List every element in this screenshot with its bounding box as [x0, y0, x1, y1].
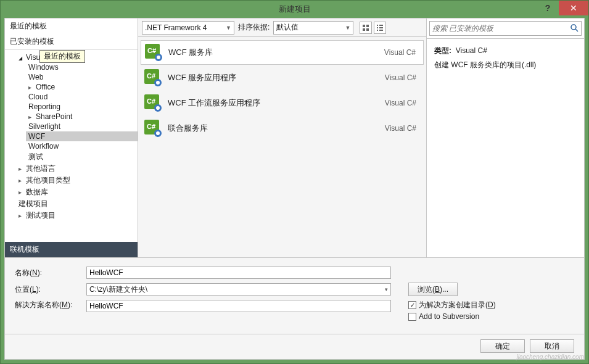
template-list: C# WCF 服务库 Visual C# C# WCF 服务应用程序 Visua… [138, 37, 426, 257]
svg-rect-7 [379, 27, 383, 28]
installed-templates-header[interactable]: 已安装的模板 [5, 34, 138, 50]
tree-item-reporting[interactable]: Reporting [26, 102, 138, 112]
tree-item-silverlight[interactable]: Silverlight [26, 122, 138, 131]
tree-modeling[interactable]: 建模项目 [16, 198, 138, 210]
svg-point-25 [156, 131, 160, 135]
search-input[interactable] [429, 21, 582, 36]
dialog-window: 新建项目 ? ✕ 最近的模板 已安装的模板 Visual C# Windows … [0, 0, 589, 364]
template-item[interactable]: C# 联合服务库 Visual C# [141, 116, 424, 141]
svg-rect-1 [366, 25, 369, 27]
right-pane: 类型: Visual C# 创建 WCF 服务类库的项目(.dll) [426, 19, 584, 257]
center-toolbar: .NET Framework 4 ▼ 排序依据: 默认值 ▼ [138, 19, 426, 37]
svg-rect-3 [366, 28, 369, 31]
help-button[interactable]: ? [537, 1, 559, 15]
template-name: WCF 工作流服务应用程序 [168, 97, 379, 109]
csharp-wcf-icon: C# [144, 120, 162, 137]
type-label: 类型: [434, 46, 451, 55]
search-icon [570, 23, 579, 34]
svg-text:C#: C# [147, 97, 155, 105]
recent-templates-header[interactable]: 最近的模板 [5, 19, 138, 34]
ok-button[interactable]: 确定 [480, 339, 525, 353]
chevron-down-icon: ▾ [381, 286, 388, 292]
csharp-wcf-icon: C# [144, 94, 162, 112]
create-dir-label: 为解决方案创建目录(D) [419, 300, 496, 310]
csharp-wcf-icon: C# [144, 69, 162, 86]
template-item[interactable]: C# WCF 工作流服务应用程序 Visual C# [141, 91, 424, 115]
sort-label: 排序依据: [238, 22, 270, 33]
svg-rect-9 [379, 30, 383, 31]
tree-other-project-types[interactable]: 其他项目类型 [16, 175, 138, 186]
framework-combo[interactable]: .NET Framework 4 ▼ [142, 21, 234, 35]
svg-point-21 [156, 106, 160, 110]
title-bar: 新建项目 ? ✕ [1, 1, 588, 18]
template-lang: Visual C# [384, 48, 416, 57]
svg-point-13 [157, 56, 160, 59]
tooltip: 最近的模板 [39, 50, 85, 63]
template-item[interactable]: C# WCF 服务库 Visual C# [141, 40, 424, 65]
framework-value: .NET Framework 4 [145, 23, 207, 32]
svg-rect-0 [363, 25, 365, 27]
content-area: 最近的模板 已安装的模板 Visual C# Windows Web Offic… [4, 18, 585, 360]
form-area: 名称(N): 位置(L): C:\zy\新建文件夹\ ▾ 浏览(B)... 解决… [5, 258, 584, 334]
search-field[interactable] [432, 24, 570, 33]
svg-rect-4 [377, 25, 378, 26]
name-input[interactable] [86, 267, 391, 279]
solution-name-input[interactable] [86, 300, 391, 312]
close-button[interactable]: ✕ [559, 1, 588, 15]
template-name: WCF 服务应用程序 [168, 72, 379, 83]
online-templates-header[interactable]: 联机模板 [5, 242, 138, 257]
svg-text:C#: C# [147, 47, 156, 54]
view-medium-icon[interactable] [360, 22, 372, 34]
template-lang: Visual C# [385, 73, 416, 82]
svg-point-17 [156, 81, 160, 85]
center-pane: .NET Framework 4 ▼ 排序依据: 默认值 ▼ [138, 19, 426, 257]
solution-name-label: 解决方案名称(M): [15, 300, 84, 310]
cancel-button[interactable]: 取消 [530, 339, 574, 353]
template-lang: Visual C# [385, 124, 416, 133]
checkbox-icon: ✓ [408, 301, 416, 309]
template-tree: Visual C# Windows Web Office Cloud Repor… [5, 50, 138, 242]
template-name: WCF 服务库 [168, 47, 378, 58]
template-lang: Visual C# [385, 99, 416, 107]
tree-test-project[interactable]: 测试项目 [16, 210, 138, 221]
tree-item-office[interactable]: Office [26, 82, 138, 92]
tree-database[interactable]: 数据库 [16, 186, 138, 198]
chevron-down-icon: ▼ [341, 25, 350, 31]
chevron-down-icon: ▼ [222, 25, 231, 31]
svg-rect-2 [363, 28, 365, 31]
view-small-icon[interactable] [374, 22, 386, 34]
browse-button[interactable]: 浏览(B)... [408, 283, 458, 296]
window-title: 新建项目 [1, 4, 588, 15]
name-label: 名称(N): [15, 268, 84, 278]
create-dir-checkbox[interactable]: ✓ 为解决方案创建目录(D) [408, 300, 496, 310]
csharp-wcf-icon: C# [145, 44, 162, 61]
sort-combo[interactable]: 默认值 ▼ [273, 21, 353, 35]
svg-text:C#: C# [147, 123, 155, 130]
location-combo[interactable]: C:\zy\新建文件夹\ ▾ [86, 283, 391, 296]
tree-other-languages[interactable]: 其他语言 [16, 163, 138, 175]
add-svn-label: Add to Subversion [419, 312, 479, 321]
tree-item-test[interactable]: 测试 [26, 151, 138, 163]
tree-item-web[interactable]: Web [26, 72, 138, 82]
location-value: C:\zy\新建文件夹\ [89, 284, 147, 295]
svg-rect-5 [379, 25, 383, 26]
location-label: 位置(L): [15, 284, 84, 295]
tree-item-cloud[interactable]: Cloud [26, 92, 138, 102]
sort-value: 默认值 [276, 22, 299, 33]
checkbox-icon [408, 313, 416, 321]
tree-item-windows[interactable]: Windows [26, 62, 138, 72]
description-panel: 类型: Visual C# 创建 WCF 服务类库的项目(.dll) [427, 39, 584, 77]
svg-rect-6 [377, 27, 378, 28]
svg-text:C#: C# [147, 72, 155, 80]
tree-item-sharepoint[interactable]: SharePoint [26, 112, 138, 122]
add-svn-checkbox[interactable]: Add to Subversion [408, 312, 496, 321]
svg-point-26 [571, 25, 576, 30]
type-value: Visual C# [456, 46, 487, 55]
tree-item-wcf[interactable]: WCF [26, 131, 138, 141]
tree-item-workflow[interactable]: Workflow [26, 141, 138, 151]
description-text: 创建 WCF 服务类库的项目(.dll) [434, 59, 577, 71]
dialog-buttons: 确定 取消 [5, 334, 584, 359]
template-name: 联合服务库 [168, 123, 379, 134]
template-item[interactable]: C# WCF 服务应用程序 Visual C# [141, 65, 424, 90]
svg-rect-8 [377, 30, 378, 31]
